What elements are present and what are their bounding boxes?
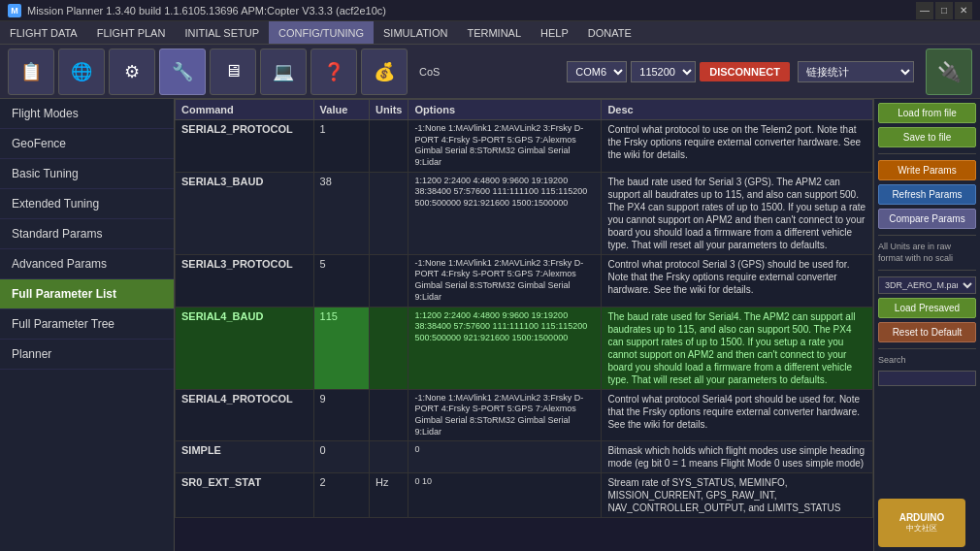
flight-data-tool-btn[interactable]: 📋: [8, 49, 54, 95]
col-header-options: Options: [408, 100, 602, 120]
param-options: -1:None 1:MAVlink1 2:MAVLink2 3:Frsky D-…: [408, 120, 602, 173]
conn-section: COM6 115200 DISCONNECT 链接统计 🔌: [567, 49, 972, 95]
app-icon: M: [8, 4, 21, 17]
col-header-command: Command: [176, 100, 314, 120]
table-row: SERIAL4_BAUD1151:1200 2:2400 4:4800 9:96…: [176, 307, 873, 389]
sidebar-item-advanced-params[interactable]: Advanced Params: [0, 249, 174, 279]
search-label: Search: [878, 355, 976, 367]
minimize-button[interactable]: —: [916, 2, 933, 19]
arduino-logo-area: ARDUINO 中文社区: [878, 491, 976, 547]
menu-config-tuning[interactable]: CONFIG/TUNING: [269, 21, 374, 44]
param-command[interactable]: SERIAL2_PROTOCOL: [176, 120, 314, 173]
param-value[interactable]: 5: [313, 254, 369, 307]
sidebar-item-full-param-tree[interactable]: Full Parameter Tree: [0, 309, 174, 340]
col-header-units: Units: [369, 100, 408, 120]
close-button[interactable]: ✕: [955, 2, 972, 19]
write-params-button[interactable]: Write Params: [878, 160, 976, 180]
param-command[interactable]: SIMPLE: [176, 441, 314, 473]
col-header-desc: Desc: [602, 100, 873, 120]
param-command[interactable]: SERIAL4_PROTOCOL: [176, 389, 314, 441]
donate-icon: 💰: [374, 61, 395, 82]
title-bar: M Mission Planner 1.3.40 build 1.1.6105.…: [0, 0, 980, 21]
terminal-tool-btn[interactable]: 💻: [260, 49, 307, 95]
refresh-params-button[interactable]: Refresh Params: [878, 184, 976, 205]
menu-help[interactable]: HELP: [531, 21, 578, 44]
menu-flight-data[interactable]: FLIGHT DATA: [0, 21, 87, 44]
initial-setup-icon: ⚙: [124, 61, 140, 82]
param-table-container: Command Value Units Options Desc SERIAL2…: [175, 99, 873, 551]
param-value[interactable]: 115: [313, 307, 369, 389]
right-panel: Load from file Save to file Write Params…: [873, 99, 980, 551]
port-select[interactable]: COM6: [567, 61, 627, 82]
config-icon: 🔧: [172, 61, 193, 82]
help-icon: ❓: [323, 61, 344, 82]
sidebar-item-standard-params[interactable]: Standard Params: [0, 219, 174, 249]
main-content: Flight Modes GeoFence Basic Tuning Exten…: [0, 99, 980, 551]
compare-params-button[interactable]: Compare Params: [878, 209, 976, 229]
menu-simulation[interactable]: SIMULATION: [374, 21, 457, 44]
help-tool-btn[interactable]: ❓: [310, 49, 357, 95]
save-to-file-button[interactable]: Save to file: [878, 127, 976, 147]
baud-select[interactable]: 115200: [631, 61, 696, 82]
donate-tool-btn[interactable]: 💰: [361, 49, 408, 95]
arduino-badge: ARDUINO 中文社区: [878, 499, 965, 547]
param-options: 1:1200 2:2400 4:4800 9:9600 19:19200 38:…: [408, 172, 602, 254]
load-from-file-button[interactable]: Load from file: [878, 103, 976, 123]
sidebar: Flight Modes GeoFence Basic Tuning Exten…: [0, 99, 175, 551]
sidebar-item-planner[interactable]: Planner: [0, 340, 174, 370]
param-command[interactable]: SERIAL3_PROTOCOL: [176, 254, 314, 307]
sidebar-item-basic-tuning[interactable]: Basic Tuning: [0, 159, 174, 189]
title-bar-text: Mission Planner 1.3.40 build 1.1.6105.13…: [27, 5, 386, 16]
param-units: Hz: [369, 473, 408, 518]
param-table: Command Value Units Options Desc SERIAL2…: [175, 99, 873, 518]
table-row: SERIAL3_BAUD381:1200 2:2400 4:4800 9:960…: [176, 172, 873, 254]
initial-setup-tool-btn[interactable]: ⚙: [109, 49, 155, 95]
param-value[interactable]: 38: [313, 172, 369, 254]
menu-donate[interactable]: DONATE: [578, 21, 641, 44]
param-options: 0 10: [408, 473, 602, 518]
table-row: SR0_EXT_STAT2Hz0 10Stream rate of SYS_ST…: [176, 473, 873, 518]
preset-select[interactable]: 3DR_AERO_M.par: [878, 276, 976, 294]
sidebar-item-extended-tuning[interactable]: Extended Tuning: [0, 189, 174, 219]
title-bar-left: M Mission Planner 1.3.40 build 1.1.6105.…: [8, 4, 386, 17]
param-value[interactable]: 1: [313, 120, 369, 173]
separator-4: [878, 348, 976, 349]
menu-flight-plan[interactable]: FLIGHT PLAN: [87, 21, 176, 44]
col-header-value: Value: [313, 100, 369, 120]
param-value[interactable]: 2: [313, 473, 369, 518]
flight-plan-icon: 🌐: [71, 61, 92, 82]
param-desc: Stream rate of SYS_STATUS, MEMINFO, MISS…: [602, 473, 873, 518]
param-command[interactable]: SERIAL4_BAUD: [176, 307, 314, 389]
config-tool-btn[interactable]: 🔧: [159, 49, 206, 95]
sidebar-item-flight-modes[interactable]: Flight Modes: [0, 99, 174, 129]
separator-3: [878, 270, 976, 271]
title-bar-controls: — □ ✕: [916, 2, 972, 19]
simulation-icon: 🖥: [224, 61, 242, 81]
link-select[interactable]: 链接统计: [798, 61, 914, 82]
param-units: [369, 441, 408, 473]
sidebar-item-geofence[interactable]: GeoFence: [0, 129, 174, 159]
disconnect-button[interactable]: DISCONNECT: [700, 62, 790, 81]
search-input[interactable]: [878, 371, 976, 386]
param-value[interactable]: 0: [313, 441, 369, 473]
menu-initial-setup[interactable]: INITIAL SETUP: [175, 21, 269, 44]
simulation-tool-btn[interactable]: 🖥: [210, 49, 256, 95]
cos-label: CoS: [419, 66, 440, 78]
table-row: SIMPLE00Bitmask which holds which flight…: [176, 441, 873, 473]
param-value[interactable]: 9: [313, 389, 369, 441]
reset-default-button[interactable]: Reset to Default: [878, 322, 976, 342]
load-presaved-button[interactable]: Load Presaved: [878, 298, 976, 318]
param-command[interactable]: SR0_EXT_STAT: [176, 473, 314, 518]
flight-plan-tool-btn[interactable]: 🌐: [58, 49, 105, 95]
cos-area: CoS: [419, 66, 443, 78]
chinese-community-text: 中文社区: [906, 523, 937, 534]
sidebar-item-full-param-list[interactable]: Full Parameter List: [0, 279, 174, 309]
connect-icon-btn[interactable]: 🔌: [926, 49, 972, 95]
param-desc: Control what protocol Serial4 port shoul…: [602, 389, 873, 441]
param-units: [369, 307, 408, 389]
param-units: [369, 120, 408, 173]
table-row: SERIAL4_PROTOCOL9-1:None 1:MAVlink1 2:MA…: [176, 389, 873, 441]
param-command[interactable]: SERIAL3_BAUD: [176, 172, 314, 254]
menu-terminal[interactable]: TERMINAL: [457, 21, 531, 44]
maximize-button[interactable]: □: [935, 2, 953, 19]
